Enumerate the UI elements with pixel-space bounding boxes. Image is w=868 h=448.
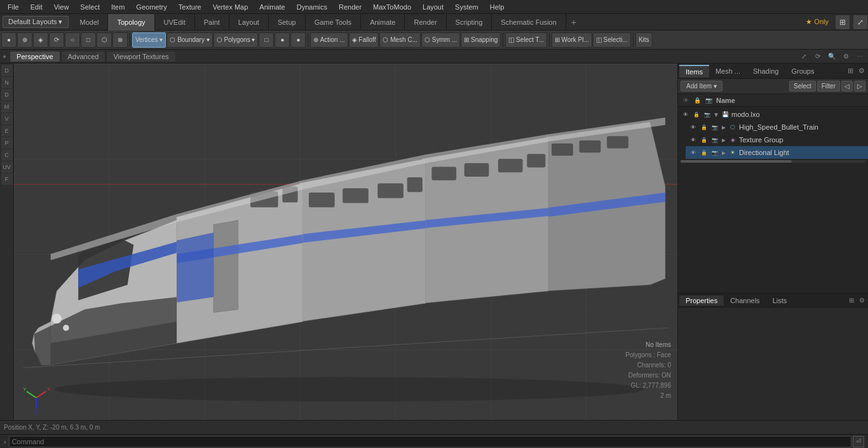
maximize-button[interactable]: ⊞ [835,15,850,30]
menu-maxtomodo[interactable]: MaxToModo [368,2,416,12]
panel-collapse-btn[interactable]: ◁ [841,81,853,92]
sidebar-btn-e[interactable]: E [1,125,13,137]
vp-tab-perspective[interactable]: Perspective [10,51,60,62]
menu-help[interactable]: Help [485,2,510,12]
tree-vis2-root[interactable]: 🔒 [691,109,702,119]
tab-scripting[interactable]: Scripting [447,14,492,31]
tool-small2[interactable]: ● [275,32,290,48]
menu-item[interactable]: Item [106,2,130,12]
tree-item-root[interactable]: 👁 🔒 📷 ▼ 💾 modo.lxo [678,108,868,121]
tool-item-btn[interactable]: ◈ [33,32,48,48]
menu-animate[interactable]: Animate [254,2,290,12]
tree-vis-texgrp[interactable]: 👁 [688,135,698,145]
tool-small1[interactable]: □ [259,32,274,48]
tab-setup[interactable]: Setup [269,14,306,31]
tab-gametools[interactable]: Game Tools [306,14,362,31]
tool-hex-btn[interactable]: ⬡ [97,32,112,48]
tab-model[interactable]: Model [71,14,109,31]
panel-expand-icon[interactable]: ⊞ [846,67,855,75]
tab-uvedit[interactable]: UVEdit [155,14,195,31]
select-button[interactable]: Select [789,81,816,92]
sidebar-btn-dup[interactable]: D [1,89,13,100]
tab-animate[interactable]: Animate [361,14,405,31]
tree-expand-root[interactable]: ▼ [713,111,721,118]
panel-tab-groups[interactable]: Groups [785,65,820,77]
sidebar-btn-uv[interactable]: UV [1,161,13,173]
tree-item-mesh[interactable]: 👁 🔒 📷 ► ⬡ High_Speed_Bullet_Train [686,121,868,133]
tree-vis-dirlight[interactable]: 👁 [688,147,698,158]
sidebar-btn-v[interactable]: V [1,113,13,125]
panel-expand-btn[interactable]: ▷ [854,81,865,92]
panel-tab-mesh[interactable]: Mesh ... [709,65,747,77]
panel-settings-icon[interactable]: ⚙ [857,67,867,75]
add-item-button[interactable]: Add Item ▾ [681,81,722,92]
snapping-btn[interactable]: ⊞ Snapping [461,32,501,48]
menu-dynamics[interactable]: Dynamics [292,2,332,12]
boundary-btn[interactable]: ⬡ Boundary ▾ [166,32,212,48]
menu-file[interactable]: File [3,2,24,12]
tool-small3[interactable]: ● [290,32,306,48]
falloff-btn[interactable]: ◈ Falloff [349,32,379,48]
tree-vis3-dirlight[interactable]: 📷 [710,147,720,158]
prop-expand-icon[interactable]: ⊞ [847,297,856,304]
menu-texture[interactable]: Texture [173,2,207,12]
vp-tab-advanced[interactable]: Advanced [61,51,106,62]
tab-paint[interactable]: Paint [195,14,229,31]
sidebar-btn-1[interactable]: D [1,65,13,76]
sidebar-btn-c[interactable]: C [1,149,13,161]
kits-btn[interactable]: Kits [635,32,653,48]
tool-circle-btn[interactable]: ○ [65,32,80,48]
tree-vis3-root[interactable]: 📷 [702,109,712,119]
viewport-3d[interactable]: X Y Z No Items Polygons : Face Channels:… [14,64,677,420]
sidebar-btn-2[interactable]: N [1,77,13,88]
tree-vis2-mesh[interactable]: 🔒 [699,122,709,132]
vp-fit-icon[interactable]: ⤢ [798,51,810,62]
prop-tab-properties[interactable]: Properties [679,295,724,306]
command-submit-button[interactable]: ⏎ [853,436,864,447]
filter-button[interactable]: Filter [817,81,840,92]
vp-search-icon[interactable]: 🔍 [826,51,837,62]
sidebar-btn-mesh[interactable]: M [1,101,13,112]
symm-btn[interactable]: ⬡ Symm ... [421,32,460,48]
layouts-dropdown[interactable]: Default Layouts ▾ [3,16,69,28]
action-btn[interactable]: ⊕ Action ... [310,32,348,48]
menu-edit[interactable]: Edit [25,2,48,12]
selectt-btn[interactable]: ◫ Select T... [505,32,547,48]
menu-system[interactable]: System [450,2,484,12]
polygons-btn[interactable]: ⬡ Polygons ▾ [214,32,259,48]
vp-more-icon[interactable]: ⋯ [854,51,865,62]
prop-settings-icon[interactable]: ⚙ [857,297,867,304]
tool-world-btn[interactable]: ⊕ [17,32,32,48]
tree-item-texgrp[interactable]: 👁 🔒 📷 ► ◈ Texture Group [686,133,868,146]
prop-tab-channels[interactable]: Channels [724,295,766,306]
panel-tab-shading[interactable]: Shading [747,65,785,77]
vp-refresh-icon[interactable]: ⟳ [812,51,824,62]
tree-item-dirlight[interactable]: 👁 🔒 📷 ► ☀ Directional Light [686,146,868,159]
sidebar-btn-pol[interactable]: P [1,137,13,149]
menu-render[interactable]: Render [334,2,367,12]
tree-vis3-texgrp[interactable]: 📷 [710,135,720,145]
menu-layout[interactable]: Layout [417,2,449,12]
fullscreen-button[interactable]: ⤢ [853,15,868,30]
panel-tab-items[interactable]: Items [679,65,709,78]
scene-tree[interactable]: 👁 🔒 📷 ▼ 💾 modo.lxo 👁 🔒 📷 ► ⬡ High_Speed_… [678,107,868,293]
tab-render[interactable]: Render [405,14,446,31]
tree-vis-mesh[interactable]: 👁 [688,122,698,132]
tree-vis3-mesh[interactable]: 📷 [710,122,720,132]
workpl-btn[interactable]: ⊞ Work Pl... [552,32,592,48]
tab-layout[interactable]: Layout [229,14,269,31]
menu-view[interactable]: View [49,2,74,12]
tree-expand-mesh[interactable]: ► [721,124,728,131]
tree-vis2-dirlight[interactable]: 🔒 [699,147,709,158]
vertices-btn[interactable]: Vertices ▾ [132,32,166,48]
tab-topology[interactable]: Topology [108,14,154,31]
tool-square-btn[interactable]: □ [81,32,96,48]
tree-expand-texgrp[interactable]: ► [721,137,728,144]
tree-scrollbar[interactable] [681,160,865,163]
tool-rotate-btn[interactable]: ⟳ [49,32,64,48]
menu-geometry[interactable]: Geometry [131,2,172,12]
tree-vis-root[interactable]: 👁 [681,109,691,119]
menu-select[interactable]: Select [75,2,105,12]
menu-vertexmap[interactable]: Vertex Map [208,2,254,12]
vp-tab-textures[interactable]: Viewport Textures [106,51,175,62]
